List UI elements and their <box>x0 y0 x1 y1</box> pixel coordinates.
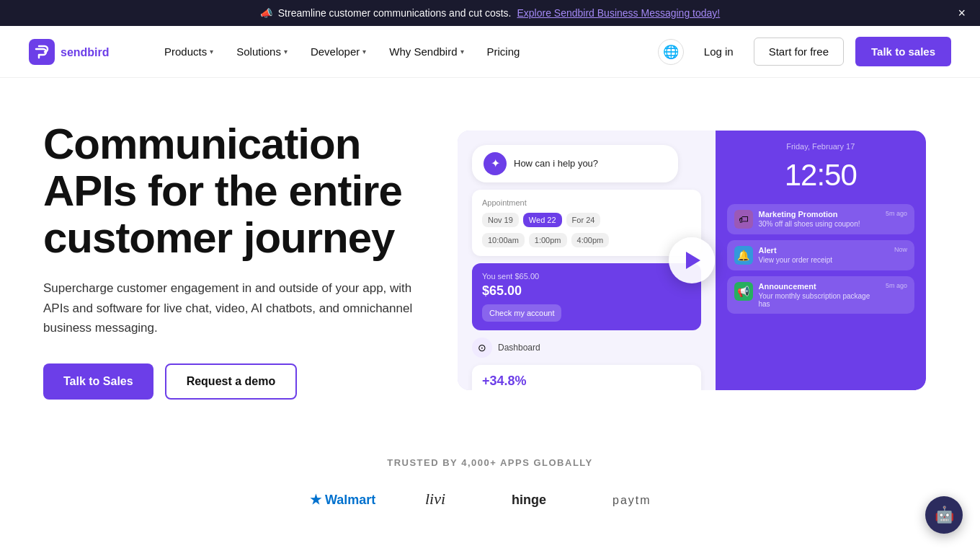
payment-card: You sent $65.00 $65.00 Check my account <box>472 263 701 330</box>
notif-title-marketing: Marketing Promotion <box>759 210 880 219</box>
svg-text:★ Walmart: ★ Walmart <box>310 493 375 507</box>
check-account-button[interactable]: Check my account <box>482 304 561 322</box>
chatbot-icon: 🤖 <box>935 506 954 523</box>
language-button[interactable]: 🌐 <box>658 39 684 65</box>
notif-time-alert: Now <box>894 246 907 253</box>
nav-item-solutions[interactable]: Solutions ▾ <box>226 40 298 63</box>
hero-title: Communication APIs for the entire custom… <box>43 121 418 261</box>
hero-subtitle: Supercharge customer engagement in and o… <box>43 278 418 338</box>
close-button[interactable]: × <box>958 6 966 19</box>
notification-announcement: 📢 Announcement Your monthly subscription… <box>727 276 915 314</box>
appointment-dates: Nov 19 Wed 22 For 24 <box>482 213 691 227</box>
walmart-logo: ★ Walmart <box>310 488 382 508</box>
notif-body-marketing: 30% off all shoes using coupon! <box>759 220 880 228</box>
nav-item-developer[interactable]: Developer ▾ <box>300 40 376 63</box>
play-button[interactable] <box>669 237 715 283</box>
nav-item-products[interactable]: Products ▾ <box>154 40 223 63</box>
announcement-text: Streamline customer communications and c… <box>278 7 512 19</box>
notif-title-announcement: Announcement <box>759 282 880 291</box>
svg-text:sendbird: sendbird <box>61 46 110 58</box>
chat-question-text: How can i help you? <box>514 158 598 169</box>
dashboard-label: Dashboard <box>498 343 540 353</box>
chevron-down-icon: ▾ <box>362 48 366 56</box>
notif-icon-announcement: 📢 <box>734 282 753 301</box>
notif-title-alert: Alert <box>759 246 888 255</box>
globe-icon: 🌐 <box>663 44 679 60</box>
nav-item-why-sendbird[interactable]: Why Sendbird ▾ <box>379 40 473 63</box>
notif-content-announcement: Announcement Your monthly subscription p… <box>759 282 880 308</box>
announcement-link[interactable]: Explore Sendbird Business Messaging toda… <box>517 7 720 19</box>
notification-marketing: 🏷 Marketing Promotion 30% off all shoes … <box>727 204 915 234</box>
nav-item-pricing[interactable]: Pricing <box>477 40 530 63</box>
hero-buttons: Talk to Sales Request a demo <box>43 363 418 400</box>
trusted-section: TRUSTED BY 4,000+ APPS GLOBALLY ★ Walmar… <box>0 428 980 523</box>
sendbird-wordmark: sendbird <box>61 44 125 60</box>
paytm-logo: paytm <box>612 488 670 508</box>
nav-right: 🌐 Log in Start for free Talk to sales <box>658 37 951 66</box>
chevron-down-icon: ▾ <box>284 48 288 56</box>
trusted-logos: ★ Walmart livi hinge paytm <box>29 488 951 508</box>
stats-area: +34.8% <box>472 365 701 390</box>
ai-icon: ✦ <box>484 152 507 175</box>
svg-text:hinge: hinge <box>512 493 546 507</box>
play-icon <box>686 252 700 269</box>
notification-alert: 🔔 Alert View your order receipt Now <box>727 240 915 270</box>
dashboard-icon: ⊙ <box>472 338 492 358</box>
phone-right: Friday, February 17 12:50 🏷 Marketing Pr… <box>716 131 927 390</box>
time-chip-2[interactable]: 1:00pm <box>529 233 567 247</box>
dashboard-row: ⊙ Dashboard <box>472 338 701 358</box>
date-chip-3: For 24 <box>566 213 601 227</box>
hero-visual: ✦ How can i help you? Appointment Nov 19… <box>458 131 926 390</box>
livi-logo: livi <box>425 488 468 508</box>
appointment-times: 10:00am 1:00pm 4:00pm <box>482 233 691 247</box>
notif-time-announcement: 5m ago <box>886 282 907 289</box>
date-chip-2[interactable]: Wed 22 <box>523 213 562 227</box>
time-chip-1[interactable]: 10:00am <box>482 233 525 247</box>
hero-image: ✦ How can i help you? Appointment Nov 19… <box>447 131 937 390</box>
login-button[interactable]: Log in <box>695 40 742 63</box>
hero-text: Communication APIs for the entire custom… <box>43 121 418 400</box>
notif-content-marketing: Marketing Promotion 30% off all shoes us… <box>759 210 880 228</box>
svg-rect-0 <box>29 39 55 65</box>
announcement-bar: 📣 Streamline customer communications and… <box>0 0 980 26</box>
hero-section: Communication APIs for the entire custom… <box>0 78 980 428</box>
svg-text:paytm: paytm <box>612 494 651 506</box>
notif-icon-marketing: 🏷 <box>734 210 753 229</box>
date-chip-1: Nov 19 <box>482 213 519 227</box>
announcement-icon: 📣 <box>260 7 272 19</box>
chevron-down-icon: ▾ <box>460 48 464 56</box>
appointment-label: Appointment <box>482 198 691 207</box>
start-free-button[interactable]: Start for free <box>754 38 844 66</box>
svg-text:livi: livi <box>425 490 445 508</box>
request-demo-cta[interactable]: Request a demo <box>165 363 298 400</box>
nav-links: Products ▾ Solutions ▾ Developer ▾ Why S… <box>154 40 658 63</box>
notif-time-marketing: 5m ago <box>886 210 907 217</box>
notif-body-alert: View your order receipt <box>759 256 888 264</box>
stats-value: +34.8% <box>482 374 691 389</box>
appointment-card: Appointment Nov 19 Wed 22 For 24 10:00am… <box>472 190 701 256</box>
notif-icon-alert: 🔔 <box>734 246 753 265</box>
chat-bubble: ✦ How can i help you? <box>472 145 678 182</box>
phone-time: 12:50 <box>727 158 915 193</box>
talk-to-sales-cta[interactable]: Talk to Sales <box>43 363 153 400</box>
navbar: sendbird Products ▾ Solutions ▾ Develope… <box>0 26 980 78</box>
payment-sent-text: You sent $65.00 <box>482 272 691 281</box>
trusted-label: TRUSTED BY 4,000+ APPS GLOBALLY <box>29 457 951 468</box>
payment-amount: $65.00 <box>482 283 691 299</box>
notif-content-alert: Alert View your order receipt <box>759 246 888 264</box>
hinge-logo: hinge <box>512 488 569 508</box>
phone-date: Friday, February 17 <box>727 142 915 151</box>
chevron-down-icon: ▾ <box>210 48 213 56</box>
time-chip-3[interactable]: 4:00pm <box>571 233 610 247</box>
notif-body-announcement: Your monthly subscription package has <box>759 292 880 308</box>
logo[interactable]: sendbird <box>29 39 125 65</box>
talk-to-sales-button[interactable]: Talk to sales <box>855 37 951 66</box>
sendbird-logo-icon <box>29 39 55 65</box>
